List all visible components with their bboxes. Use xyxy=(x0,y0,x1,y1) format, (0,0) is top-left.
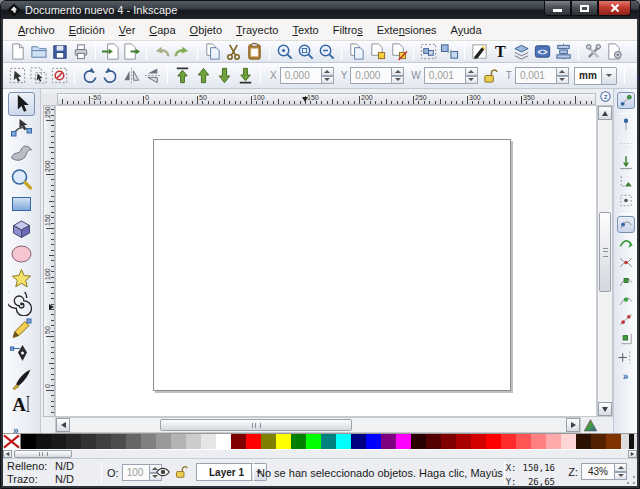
ellipse-icon[interactable] xyxy=(8,242,35,266)
print-icon[interactable] xyxy=(71,42,90,61)
menu-item-capa[interactable]: Capa xyxy=(142,21,182,39)
palette-swatch[interactable] xyxy=(126,434,141,449)
units-dropdown[interactable]: mm xyxy=(574,67,617,85)
menu-item-ver[interactable]: Ver xyxy=(112,21,143,39)
text-dialog-icon[interactable] xyxy=(491,42,510,61)
layers-dialog-icon[interactable] xyxy=(512,42,531,61)
selector-icon[interactable] xyxy=(8,92,35,116)
palette-swatch[interactable] xyxy=(576,434,591,449)
palette-swatch[interactable] xyxy=(411,434,426,449)
menu-item-objeto[interactable]: Objeto xyxy=(183,21,229,39)
layer-visibility-toggle[interactable] xyxy=(155,464,171,480)
tweak-icon[interactable] xyxy=(8,142,35,166)
bezier-pen-icon[interactable] xyxy=(8,342,35,366)
x-field[interactable]: 0,000 xyxy=(280,67,322,84)
zoom-width-icon[interactable] xyxy=(317,42,336,61)
palette-swatch[interactable] xyxy=(21,434,36,449)
rectangle-icon[interactable] xyxy=(8,192,35,216)
snap-bbox-corner-icon[interactable] xyxy=(617,154,635,171)
palette-swatch[interactable] xyxy=(51,434,66,449)
select-all-icon[interactable] xyxy=(8,66,27,85)
snap-bbox-icon[interactable] xyxy=(617,116,635,133)
undo-icon[interactable] xyxy=(152,42,171,61)
palette-swatch[interactable] xyxy=(81,434,96,449)
color-managed-view-toggle[interactable] xyxy=(581,417,599,433)
palette-swatch[interactable] xyxy=(516,434,531,449)
new-icon[interactable] xyxy=(8,42,27,61)
text-tool-icon[interactable] xyxy=(8,392,35,416)
palette-swatch[interactable] xyxy=(426,434,441,449)
group-icon[interactable] xyxy=(419,42,438,61)
palette-swatch-none[interactable] xyxy=(3,434,21,449)
horizontal-scrollbar[interactable] xyxy=(55,417,581,433)
snap-bbox-center-icon[interactable] xyxy=(617,192,635,209)
snapbar-overflow-chevron[interactable]: » xyxy=(623,371,629,382)
snap-grid-icon[interactable] xyxy=(617,349,635,366)
import-icon[interactable] xyxy=(101,42,120,61)
palette-swatch[interactable] xyxy=(456,434,471,449)
zoom-page-icon[interactable] xyxy=(296,42,315,61)
height-field[interactable]: 0,001 xyxy=(515,67,557,84)
menu-item-archivo[interactable]: Archivo xyxy=(11,21,62,39)
menu-item-trayecto[interactable]: Trayecto xyxy=(229,21,285,39)
snap-center-icon[interactable] xyxy=(617,330,635,347)
palette-swatch[interactable] xyxy=(531,434,546,449)
zoom-corner-button[interactable] xyxy=(597,89,613,103)
xml-editor-icon[interactable] xyxy=(533,42,552,61)
snap-node-cusp-icon[interactable] xyxy=(617,273,635,290)
palette-scroll-left-button[interactable] xyxy=(3,450,12,458)
minimize-button[interactable] xyxy=(544,1,571,16)
palette-swatch[interactable] xyxy=(486,434,501,449)
y-field[interactable]: 0,000 xyxy=(350,67,392,84)
clone-icon[interactable] xyxy=(368,42,387,61)
palette-swatch[interactable] xyxy=(96,434,111,449)
menu-item-edicion[interactable]: Edición xyxy=(62,21,112,39)
palette-swatch[interactable] xyxy=(396,434,411,449)
snap-nodes-icon[interactable] xyxy=(617,216,635,233)
pencil-icon[interactable] xyxy=(8,317,35,341)
x-field-spinner[interactable] xyxy=(322,67,334,84)
palette-swatch[interactable] xyxy=(381,434,396,449)
save-icon[interactable] xyxy=(50,42,69,61)
menu-item-ayuda[interactable]: Ayuda xyxy=(444,21,489,39)
menu-item-filtros[interactable]: Filtros xyxy=(326,21,370,39)
width-field-spinner[interactable] xyxy=(466,67,478,84)
palette-swatch[interactable] xyxy=(591,434,606,449)
rotate-cw-icon[interactable] xyxy=(101,66,120,85)
cut-icon[interactable] xyxy=(224,42,243,61)
menu-item-extensiones[interactable]: Extensiones xyxy=(370,21,444,39)
fill-stroke-icon[interactable] xyxy=(470,42,489,61)
layer-lock-toggle[interactable] xyxy=(174,464,189,479)
fill-stroke-indicator[interactable]: Relleno:N/D Trazo:N/D xyxy=(7,460,89,486)
palette-swatch[interactable] xyxy=(186,434,201,449)
title-bar[interactable]: Documento nuevo 4 - Inkscape xyxy=(1,1,639,19)
palette-swatch[interactable] xyxy=(321,434,336,449)
palette-swatch[interactable] xyxy=(141,434,156,449)
palette-swatch[interactable] xyxy=(276,434,291,449)
opacity-field[interactable]: 100 xyxy=(122,464,150,481)
palette-swatch[interactable] xyxy=(66,434,81,449)
palette-swatch[interactable] xyxy=(156,434,171,449)
scroll-up-button[interactable] xyxy=(598,106,612,120)
zoom-field[interactable]: 43% xyxy=(581,463,615,480)
snap-enable-icon[interactable] xyxy=(617,92,635,109)
calligraphy-icon[interactable] xyxy=(8,367,35,391)
vertical-ruler[interactable]: 250200150100500 xyxy=(43,105,55,417)
palette-swatch[interactable] xyxy=(441,434,456,449)
export-icon[interactable] xyxy=(122,42,141,61)
units-dropdown-arrow-icon[interactable] xyxy=(602,67,617,85)
align-dialog-icon[interactable] xyxy=(554,42,573,61)
palette-swatch[interactable] xyxy=(201,434,216,449)
redo-icon[interactable] xyxy=(173,42,192,61)
palette-swatch[interactable] xyxy=(306,434,321,449)
raise-icon[interactable] xyxy=(194,66,213,85)
palette-swatch[interactable] xyxy=(351,434,366,449)
box-3d-icon[interactable] xyxy=(8,217,35,241)
open-icon[interactable] xyxy=(29,42,48,61)
select-all-layers-icon[interactable] xyxy=(29,66,48,85)
flip-vertical-icon[interactable] xyxy=(143,66,162,85)
lock-ratio-icon[interactable] xyxy=(482,67,499,84)
spiral-icon[interactable] xyxy=(8,292,35,316)
palette-scroll-thumb[interactable] xyxy=(14,450,72,458)
width-field[interactable]: 0,001 xyxy=(424,67,466,84)
